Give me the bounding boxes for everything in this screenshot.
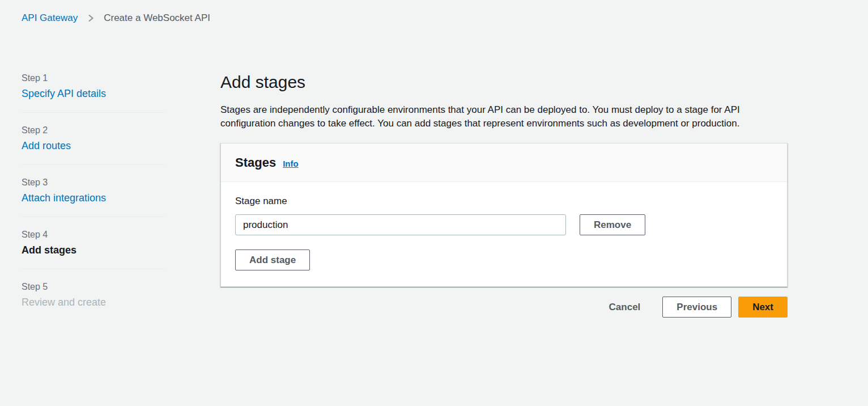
wizard-step-5: Step 5 Review and create (22, 282, 164, 321)
info-link[interactable]: Info (283, 159, 299, 168)
breadcrumb: API Gateway Create a WebSocket API (22, 12, 210, 24)
wizard-step-1: Step 1 Specify API details (22, 73, 164, 113)
main-content: Add stages Stages are independently conf… (220, 71, 788, 318)
page-description: Stages are independently configurable en… (220, 103, 776, 130)
breadcrumb-current-page: Create a WebSocket API (104, 12, 210, 24)
page-title: Add stages (220, 71, 788, 93)
stages-card-body: Stage name Remove Add stage (221, 182, 787, 286)
sidebar-item-review-and-create: Review and create (22, 296, 164, 308)
stages-card: Stages Info Stage name Remove Add stage (220, 143, 788, 287)
previous-button[interactable]: Previous (662, 297, 731, 318)
breadcrumb-api-gateway-link[interactable]: API Gateway (22, 12, 78, 24)
wizard-step-nav: Step 1 Specify API details Step 2 Add ro… (22, 73, 164, 333)
remove-stage-button[interactable]: Remove (580, 214, 645, 235)
step-number-label: Step 4 (22, 230, 164, 240)
sidebar-item-specify-api-details[interactable]: Specify API details (22, 88, 106, 99)
add-stage-button[interactable]: Add stage (235, 249, 310, 270)
next-button[interactable]: Next (738, 297, 788, 318)
step-number-label: Step 3 (22, 177, 164, 188)
cancel-button[interactable]: Cancel (599, 297, 650, 318)
wizard-step-2: Step 2 Add routes (22, 125, 164, 165)
wizard-step-4: Step 4 Add stages (22, 230, 164, 269)
step-number-label: Step 5 (22, 282, 164, 292)
stages-card-header: Stages Info (221, 143, 787, 182)
wizard-step-3: Step 3 Attach integrations (22, 177, 164, 217)
step-number-label: Step 1 (22, 73, 164, 83)
stage-name-label: Stage name (235, 196, 773, 207)
sidebar-item-attach-integrations[interactable]: Attach integrations (22, 192, 106, 204)
step-number-label: Step 2 (22, 125, 164, 136)
stage-name-input[interactable] (235, 214, 566, 235)
sidebar-item-add-stages-current: Add stages (22, 244, 164, 256)
chevron-right-icon (87, 14, 95, 23)
stage-row: Remove (235, 214, 773, 235)
stages-card-title: Stages (235, 155, 276, 170)
wizard-footer-actions: Cancel Previous Next (220, 297, 788, 318)
sidebar-item-add-routes[interactable]: Add routes (22, 140, 71, 151)
